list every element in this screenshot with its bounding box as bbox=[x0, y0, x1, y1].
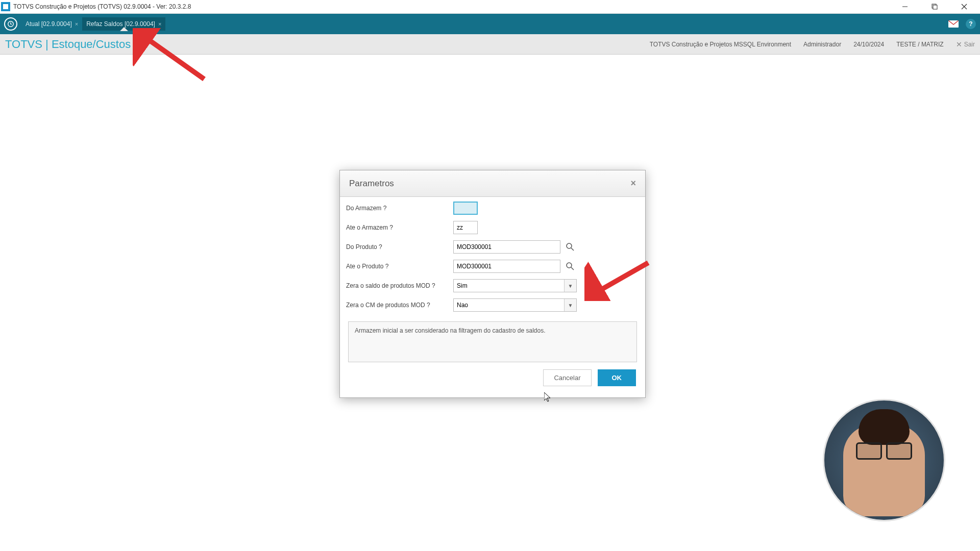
home-button[interactable] bbox=[4, 17, 17, 31]
svg-line-10 bbox=[571, 267, 574, 270]
chevron-down-icon: ▼ bbox=[564, 280, 576, 292]
dialog-close-button[interactable]: × bbox=[630, 178, 636, 189]
breadcrumb-bar: TOTVS | Estoque/Custos TOTVS Construção … bbox=[0, 34, 980, 55]
window-titlebar: TOTVS Construção e Projetos (TOTVS) 02.9… bbox=[0, 0, 980, 14]
param-label: Ate o Produto ? bbox=[346, 263, 453, 270]
dialog-scroll-area[interactable]: Do Armazem ? Ate o Armazem ? Do Produto … bbox=[346, 201, 639, 317]
search-icon[interactable] bbox=[565, 261, 576, 272]
do-produto-input[interactable] bbox=[453, 240, 560, 254]
dialog-header[interactable]: Parametros × bbox=[340, 170, 645, 197]
parametros-dialog: Parametros × Do Armazem ? Ate o Armazem … bbox=[339, 170, 646, 398]
param-row-do-produto: Do Produto ? bbox=[346, 240, 630, 254]
close-icon[interactable]: × bbox=[158, 21, 161, 27]
zera-saldo-mod-select[interactable]: Sim ▼ bbox=[453, 279, 577, 292]
search-icon[interactable] bbox=[565, 241, 576, 253]
tab-label: Refaz Saldos [02.9.0004] bbox=[86, 20, 155, 28]
svg-line-8 bbox=[571, 248, 574, 251]
tab-bar: Atual [02.9.0004] × Refaz Saldos [02.9.0… bbox=[0, 14, 980, 34]
tab-atual[interactable]: Atual [02.9.0004] × bbox=[21, 17, 82, 31]
app-icon bbox=[1, 2, 10, 11]
help-icon[interactable]: ? bbox=[966, 19, 976, 29]
param-label: Do Produto ? bbox=[346, 243, 453, 251]
active-tab-indicator bbox=[120, 27, 128, 31]
select-value: Nao bbox=[457, 302, 468, 309]
param-label: Do Armazem ? bbox=[346, 205, 453, 212]
exit-button[interactable]: ✕ Sair bbox=[956, 40, 975, 48]
select-value: Sim bbox=[457, 282, 468, 289]
param-label: Zera o saldo de produtos MOD ? bbox=[346, 282, 453, 289]
param-row-zera-saldo-mod: Zera o saldo de produtos MOD ? Sim ▼ bbox=[346, 279, 630, 293]
param-row-ate-produto: Ate o Produto ? bbox=[346, 259, 630, 273]
svg-point-7 bbox=[567, 243, 572, 248]
svg-point-9 bbox=[567, 263, 572, 268]
user-label: Administrador bbox=[803, 41, 841, 48]
cancel-button[interactable]: Cancelar bbox=[543, 369, 591, 386]
exit-label: Sair bbox=[964, 41, 975, 48]
tab-refaz-saldos[interactable]: Refaz Saldos [02.9.0004] × bbox=[82, 17, 165, 31]
dialog-footer: Cancelar OK bbox=[340, 362, 645, 397]
webcam-overlay bbox=[823, 399, 945, 521]
branch-label: TESTE / MATRIZ bbox=[896, 41, 943, 48]
mail-icon[interactable] bbox=[948, 19, 959, 29]
maximize-button[interactable] bbox=[920, 0, 949, 14]
close-icon: ✕ bbox=[956, 40, 962, 48]
ok-button[interactable]: OK bbox=[598, 369, 636, 386]
close-icon[interactable]: × bbox=[75, 21, 78, 27]
param-row-do-armazem: Do Armazem ? bbox=[346, 201, 630, 215]
param-row-ate-armazem: Ate o Armazem ? bbox=[346, 220, 630, 235]
zera-cm-mod-select[interactable]: Nao ▼ bbox=[453, 298, 577, 312]
param-label: Ate o Armazem ? bbox=[346, 224, 453, 231]
ate-armazem-input[interactable] bbox=[453, 221, 478, 234]
dialog-title: Parametros bbox=[349, 179, 394, 189]
help-text-box: Armazem inicial a ser considerado na fil… bbox=[348, 321, 637, 362]
environment-label: TOTVS Construção e Projetos MSSQL Enviro… bbox=[650, 41, 791, 48]
chevron-down-icon: ▼ bbox=[564, 299, 576, 311]
param-row-zera-cm-mod: Zera o CM de produtos MOD ? Nao ▼ bbox=[346, 298, 630, 312]
param-label: Zera o CM de produtos MOD ? bbox=[346, 302, 453, 309]
date-label: 24/10/2024 bbox=[853, 41, 884, 48]
help-text: Armazem inicial a ser considerado na fil… bbox=[355, 327, 546, 334]
tab-label: Atual [02.9.0004] bbox=[26, 20, 72, 28]
window-title: TOTVS Construção e Projetos (TOTVS) 02.9… bbox=[13, 3, 890, 10]
svg-rect-2 bbox=[933, 5, 937, 9]
do-armazem-input[interactable] bbox=[453, 202, 478, 215]
page-title: TOTVS | Estoque/Custos bbox=[5, 38, 131, 51]
ate-produto-input[interactable] bbox=[453, 260, 560, 273]
close-button[interactable] bbox=[949, 0, 979, 14]
minimize-button[interactable] bbox=[890, 0, 920, 14]
